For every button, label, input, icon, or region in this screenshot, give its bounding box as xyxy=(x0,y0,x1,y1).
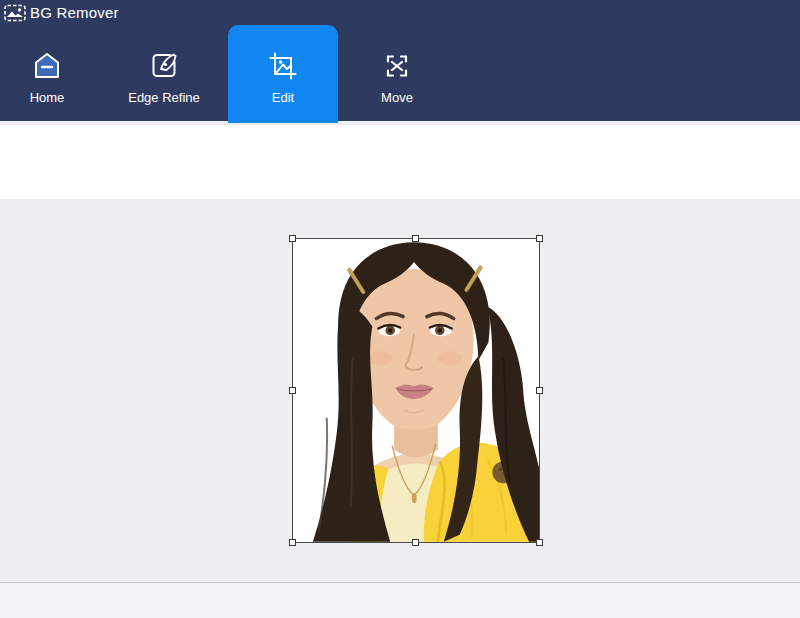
selection-handle-mid-right[interactable] xyxy=(536,387,543,394)
status-bar: 40% xyxy=(0,582,800,618)
tab-edit-label: Edit xyxy=(228,90,338,105)
toolbar: Color ••• Image Crop xyxy=(0,125,800,199)
app-logo-icon xyxy=(4,4,26,22)
tab-move[interactable]: Move xyxy=(342,25,452,123)
edge-refine-icon xyxy=(148,50,180,82)
selection-handle-top-center[interactable] xyxy=(412,235,419,242)
selection-handle-top-right[interactable] xyxy=(536,235,543,242)
tab-edit[interactable]: Edit xyxy=(228,25,338,123)
selection-handle-bottom-right[interactable] xyxy=(536,539,543,546)
editor-canvas[interactable] xyxy=(0,199,800,582)
tab-home[interactable]: Home xyxy=(0,25,102,123)
portrait-photo xyxy=(293,239,539,542)
tab-home-label: Home xyxy=(0,90,102,105)
selection-handle-bottom-left[interactable] xyxy=(289,539,296,546)
image-edit-icon xyxy=(267,50,299,82)
home-icon xyxy=(31,50,63,82)
app-title: BG Remover xyxy=(30,4,119,21)
tab-move-label: Move xyxy=(342,90,452,105)
selection-handle-mid-left[interactable] xyxy=(289,387,296,394)
header: BG Remover Home Edge Refine Edit xyxy=(0,0,800,123)
selection-handle-top-left[interactable] xyxy=(289,235,296,242)
move-icon xyxy=(381,50,413,82)
selection-handle-bottom-center[interactable] xyxy=(412,539,419,546)
tab-edge-refine-label: Edge Refine xyxy=(109,90,219,105)
photo-selection[interactable] xyxy=(292,238,540,543)
tab-edge-refine[interactable]: Edge Refine xyxy=(109,25,219,123)
